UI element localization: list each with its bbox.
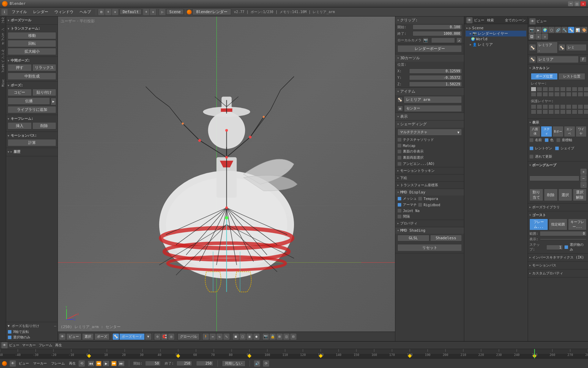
layer-14[interactable] (554, 92, 560, 97)
layer-2[interactable] (543, 87, 548, 92)
jump-start-button[interactable]: ⏮ (88, 360, 94, 367)
layer-0[interactable] (531, 87, 536, 92)
octahedral-button[interactable]: 八面体 (529, 126, 540, 137)
props-view-label[interactable]: ビュー (536, 19, 547, 24)
armature-short-name[interactable]: レミ (566, 44, 587, 51)
player-7[interactable] (572, 104, 577, 109)
world-props-icon[interactable]: 🌍 (542, 27, 548, 33)
glsl-button[interactable]: GLSL (397, 235, 429, 241)
cursor-x-value[interactable]: 0.12599 (409, 69, 462, 74)
pose-mode-icon[interactable]: 🦴 (113, 334, 119, 340)
armature-name-field[interactable]: レミリア 。 (537, 42, 558, 53)
texture-view-icon[interactable]: ▣ (246, 334, 253, 340)
motion-path-props-row[interactable]: ▶ モーションパス (529, 263, 587, 268)
matcap-checkbox[interactable] (397, 144, 402, 148)
global-selector[interactable]: グローバル (178, 333, 200, 340)
camera-icon[interactable]: 📷 (263, 334, 269, 340)
mode-selector[interactable]: ポーズモード (119, 333, 145, 340)
minimize-button[interactable]: ─ (568, 1, 574, 6)
maximize-button[interactable]: □ (574, 1, 580, 6)
pose-lib-row[interactable]: ▶ ポーズライブラリ (529, 205, 587, 210)
layer-19[interactable] (584, 92, 588, 97)
frame-button[interactable]: フレーム... (529, 219, 548, 230)
step-value[interactable]: 1 (546, 245, 563, 250)
select-menu-button[interactable]: 選択 (82, 333, 94, 340)
xray-checkbox[interactable] (529, 146, 534, 150)
motion-path-title[interactable]: モーションパス: (8, 133, 56, 138)
cursor-z-value[interactable]: 1.50229 (409, 82, 462, 87)
x-flip-checkbox[interactable] (8, 330, 12, 334)
local-cam-expand[interactable]: ↗ (456, 38, 462, 43)
scene-props-icon[interactable]: ▶ (535, 27, 541, 33)
display-props-title[interactable]: 表示 (529, 120, 587, 125)
status-view-icon[interactable]: 👁 (10, 360, 16, 367)
scale-button[interactable]: 拡大縮小 (8, 48, 56, 55)
physics-props-icon[interactable]: ⚛ (542, 33, 548, 40)
menu-help[interactable]: ヘルプ (77, 9, 94, 15)
status-marker-label[interactable]: マーカー (33, 361, 47, 366)
history-title[interactable]: ▶ 履歴 (8, 149, 56, 154)
end-frame-input[interactable] (176, 361, 192, 366)
layer-10[interactable] (531, 92, 536, 97)
joint-checkbox[interactable] (397, 209, 402, 213)
manipulator-icon[interactable]: ↔ (210, 334, 216, 340)
rotate-manip-icon[interactable]: ↻ (216, 334, 223, 340)
mode-dropdown-icon[interactable]: ▼ (145, 334, 151, 340)
tree-remilia[interactable]: ▶ 👤 レミリア (466, 42, 526, 48)
rest-position-button[interactable]: レスト位置 (558, 73, 585, 80)
render-props-icon[interactable]: 📷 (529, 27, 535, 33)
add-library-button[interactable]: ライブラリに追加 (8, 106, 56, 113)
play-button[interactable]: ▶ (103, 360, 110, 367)
pose-position-button[interactable]: ポーズ位置 (531, 73, 558, 80)
snap-icon[interactable]: 🧲 (161, 334, 168, 340)
axes-checkbox[interactable] (556, 138, 560, 142)
bone-group-title[interactable]: ボーングループ (529, 163, 587, 168)
scale-manip-icon[interactable]: ⤡ (223, 334, 230, 340)
assign-button[interactable]: 割り当て (529, 189, 543, 201)
layer-3[interactable] (548, 87, 554, 92)
player-5[interactable] (560, 104, 566, 109)
backface-culling-checkbox[interactable] (397, 156, 402, 160)
ik-row[interactable]: ▶ インバースキネマティクス (IK) (529, 255, 587, 260)
player-2[interactable] (543, 104, 548, 109)
shapes-checkbox[interactable] (555, 146, 559, 150)
screen-add-icon[interactable]: + (105, 9, 111, 15)
solid-view-icon[interactable]: ■ (233, 334, 239, 340)
sync-dropdown[interactable]: 同期しない (222, 360, 245, 367)
outline-row[interactable]: ▶ 下絵 (395, 175, 464, 181)
player-16[interactable] (566, 109, 571, 114)
status-play-label[interactable]: 再生 (69, 361, 76, 366)
layer-9[interactable] (584, 87, 588, 92)
propagate-expand-icon[interactable]: ▶ (51, 98, 56, 105)
armature-props-icon[interactable]: 🦴 (568, 27, 574, 33)
delete-button[interactable]: 削除 (32, 122, 57, 129)
vert-tab-grease-pencil[interactable]: グリースペンシル (0, 49, 6, 77)
props-row[interactable]: ▶ プロパティ (395, 220, 464, 227)
vert-tab-misc[interactable]: Misc (1, 77, 6, 89)
ambient-occ-checkbox[interactable] (397, 162, 402, 166)
lock-icon[interactable]: 🔒 (270, 334, 276, 340)
step-forward-button[interactable]: ⏩ (110, 360, 117, 367)
player-12[interactable] (543, 109, 548, 114)
shading-dropdown[interactable]: マルチテクスチャ ▼ (397, 129, 462, 136)
vert-tab-tools[interactable]: ツール (0, 17, 6, 28)
backface-checkbox[interactable] (397, 149, 402, 154)
status-frame-label[interactable]: フレーム (51, 361, 65, 366)
data-props-icon[interactable]: 📊 (575, 27, 581, 33)
play-reverse-icon[interactable]: ⟲ (79, 360, 85, 367)
layout-selector[interactable]: Default (120, 9, 142, 15)
layer-8[interactable] (578, 87, 583, 92)
tree-scene[interactable]: ▶ ▷ Scene (466, 25, 526, 31)
pose-tools-title[interactable]: ポーズツール (8, 18, 56, 23)
layer-7[interactable] (572, 87, 577, 92)
particle-props-icon[interactable]: ✳ (535, 33, 541, 40)
player-18[interactable] (578, 109, 583, 114)
layer-13[interactable] (548, 92, 554, 97)
pivot-icon[interactable]: ⊙ (154, 334, 161, 340)
close-button[interactable]: ✕ (580, 1, 586, 6)
layer-4[interactable] (554, 87, 560, 92)
shading-title[interactable]: シェーディング (395, 120, 464, 128)
clip-title[interactable]: クリップ: (395, 17, 464, 24)
viewport-canvas[interactable]: X Y Z (58, 17, 395, 332)
player-10[interactable] (531, 109, 536, 114)
